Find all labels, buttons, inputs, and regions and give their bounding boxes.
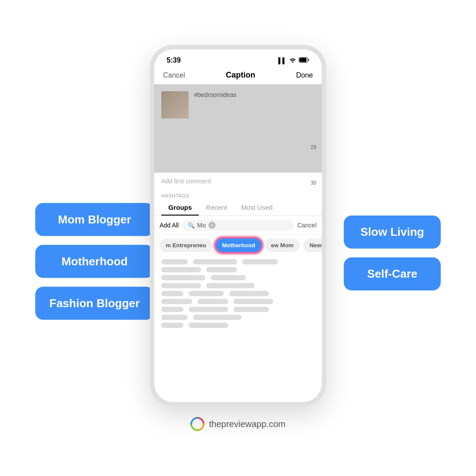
hashtag-bar [206, 267, 237, 272]
phone-wrapper: 5:39 ▌▌ [150, 45, 326, 431]
signal-icon: ▌▌ [279, 57, 286, 64]
status-icons: ▌▌ [279, 57, 309, 64]
right-tags-container: Slow Living Self-Care [344, 216, 441, 290]
scene: Mom Blogger Motherhood Fashion Blogger 5… [0, 0, 476, 476]
group-tags-row: m Entrepreneu Motherhood ew Mom Newbor [154, 235, 322, 256]
cancel-button[interactable]: Cancel [163, 71, 185, 79]
hashtag-row [161, 291, 315, 296]
hashtag-row [161, 283, 315, 288]
tag-mom-blogger[interactable]: Mom Blogger [35, 203, 154, 236]
group-tag-new-mom[interactable]: ew Mom [265, 238, 300, 252]
hashtag-row [161, 259, 315, 264]
tag-fashion-blogger[interactable]: Fashion Blogger [35, 287, 154, 320]
hashtag-bar [229, 291, 269, 296]
hashtag-row [161, 323, 315, 328]
nav-bar: Cancel Caption Done [154, 68, 322, 84]
comment-area[interactable]: Add first comment 30 [154, 172, 322, 190]
hashtag-row [161, 315, 315, 320]
caption-hashtag: #bedroomideas [194, 91, 237, 98]
search-box[interactable]: 🔍 Mo × [182, 219, 294, 231]
hashtag-row [161, 267, 315, 272]
battery-icon [299, 57, 309, 64]
search-cancel-button[interactable]: Cancel [297, 222, 316, 229]
hashtag-bar [211, 275, 246, 280]
tag-slow-living[interactable]: Slow Living [344, 216, 441, 249]
hashtags-section: HASHTAGS Groups Recent Most Used Add All… [154, 190, 322, 402]
tag-self-care[interactable]: Self-Care [344, 257, 441, 290]
hashtag-bar [161, 275, 205, 280]
add-all-button[interactable]: Add All [160, 222, 179, 229]
search-icon: 🔍 [188, 222, 195, 229]
search-clear-button[interactable]: × [208, 222, 216, 229]
status-time: 5:39 [167, 56, 181, 64]
group-tag-newborn[interactable]: Newbor [303, 238, 322, 252]
filter-bar: Add All 🔍 Mo × Cancel [154, 216, 322, 235]
hashtag-bar [206, 283, 255, 288]
hashtag-bar [161, 259, 188, 264]
hashtag-list [154, 256, 322, 331]
thumbnail: Edit [161, 91, 189, 119]
hashtag-row [161, 275, 315, 280]
hashtag-bar [161, 323, 183, 328]
status-bar: 5:39 ▌▌ [154, 49, 322, 68]
tab-groups[interactable]: Groups [161, 200, 199, 216]
caption-area[interactable]: Edit #bedroomideas 29 [154, 84, 322, 172]
done-button[interactable]: Done [296, 71, 313, 79]
tab-recent[interactable]: Recent [199, 200, 234, 216]
tag-motherhood-left[interactable]: Motherhood [35, 245, 154, 278]
hashtag-row [161, 307, 315, 312]
tab-most-used[interactable]: Most Used [234, 200, 280, 216]
hashtag-bar [193, 315, 242, 320]
comment-placeholder: Add first comment [161, 178, 211, 185]
wifi-icon [289, 57, 296, 64]
caption-counter: 29 [311, 144, 316, 150]
group-tag-motherhood[interactable]: Motherhood [216, 238, 261, 252]
tabs-bar: Groups Recent Most Used [154, 200, 322, 216]
hashtag-bar [161, 291, 183, 296]
hashtags-label: HASHTAGS [154, 190, 322, 200]
search-text: Mo [197, 222, 206, 229]
hashtag-bar [189, 323, 228, 328]
hashtag-bar [189, 307, 228, 312]
hashtag-bar [161, 267, 201, 272]
svg-rect-1 [300, 58, 307, 62]
brand-text: thepreviewapp.com [209, 419, 285, 429]
brand-logo [190, 417, 205, 431]
comment-counter: 30 [311, 180, 316, 186]
hashtag-bar [234, 299, 273, 304]
hashtag-row [161, 299, 315, 304]
hashtag-bar [161, 299, 192, 304]
hashtag-bar [189, 291, 224, 296]
hashtag-bar [242, 259, 278, 264]
hashtag-bar [161, 315, 188, 320]
phone: 5:39 ▌▌ [150, 45, 326, 406]
group-tag-entrepreneur[interactable]: m Entrepreneu [160, 238, 212, 252]
hashtag-bar [193, 259, 237, 264]
hashtag-bar [197, 299, 228, 304]
left-tags-container: Mom Blogger Motherhood Fashion Blogger [35, 203, 154, 320]
hashtag-bar [234, 307, 269, 312]
hashtag-bar [161, 307, 183, 312]
hashtag-bar [161, 283, 201, 288]
nav-title: Caption [226, 71, 255, 80]
branding: thepreviewapp.com [190, 417, 285, 431]
